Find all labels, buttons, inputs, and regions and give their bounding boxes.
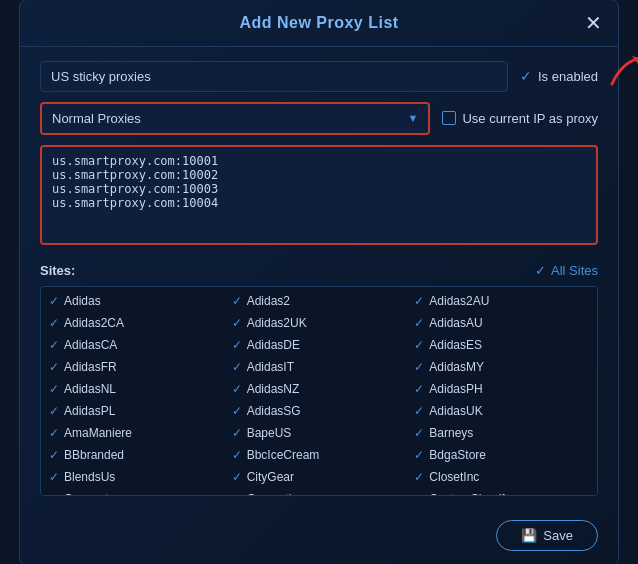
list-item: ✓AdidasAU <box>412 313 591 333</box>
site-name: Concepts <box>64 492 115 496</box>
site-name: AdidasES <box>429 338 482 352</box>
site-name: AdidasCA <box>64 338 117 352</box>
site-checkmark: ✓ <box>232 360 242 374</box>
all-sites-checkmark: ✓ <box>535 263 546 278</box>
site-name: AdidasNL <box>64 382 116 396</box>
sites-grid-wrapper[interactable]: ✓Adidas✓Adidas2✓Adidas2AU✓Adidas2CA✓Adid… <box>40 286 598 496</box>
list-item: ✓AdidasMY <box>412 357 591 377</box>
list-item: ✓AdidasIT <box>230 357 409 377</box>
row-name-enabled: ✓ Is enabled <box>40 61 598 92</box>
modal-footer: 💾 Save <box>20 510 618 565</box>
site-checkmark: ✓ <box>49 360 59 374</box>
list-item: ✓BapeUS <box>230 423 409 443</box>
list-item: ✓CustomShopify <box>412 489 591 496</box>
is-enabled-container: ✓ Is enabled <box>520 68 598 84</box>
site-name: Adidas2 <box>247 294 290 308</box>
site-name: AdidasMY <box>429 360 484 374</box>
site-name: AdidasAU <box>429 316 482 330</box>
site-name: BdgaStore <box>429 448 486 462</box>
site-name: BBbranded <box>64 448 124 462</box>
list-item: ✓BdgaStore <box>412 445 591 465</box>
save-icon: 💾 <box>521 528 537 543</box>
site-name: AdidasPH <box>429 382 482 396</box>
site-checkmark: ✓ <box>414 492 424 496</box>
site-name: CityGear <box>247 470 294 484</box>
save-button[interactable]: 💾 Save <box>496 520 598 551</box>
list-item: ✓AdidasPL <box>47 401 226 421</box>
list-item: ✓BbcIceCream <box>230 445 409 465</box>
site-name: BlendsUs <box>64 470 115 484</box>
site-checkmark: ✓ <box>232 470 242 484</box>
list-item: ✓AdidasDE <box>230 335 409 355</box>
site-checkmark: ✓ <box>414 404 424 418</box>
proxy-name-input[interactable] <box>40 61 508 92</box>
list-item: ✓AdidasNZ <box>230 379 409 399</box>
site-checkmark: ✓ <box>232 294 242 308</box>
is-enabled-checkmark: ✓ <box>520 68 532 84</box>
list-item: ✓AdidasNL <box>47 379 226 399</box>
site-checkmark: ✓ <box>414 316 424 330</box>
site-checkmark: ✓ <box>49 404 59 418</box>
site-name: AmaManiere <box>64 426 132 440</box>
site-checkmark: ✓ <box>414 294 424 308</box>
site-name: CustomShopify <box>429 492 510 496</box>
row-type-ip: Normal Proxies Rotating Proxies Sticky P… <box>40 102 598 135</box>
list-item: ✓BlendsUs <box>47 467 226 487</box>
use-current-ip-checkbox[interactable] <box>442 111 456 125</box>
site-checkmark: ✓ <box>232 338 242 352</box>
modal-body: ✓ Is enabled Normal Proxies Rotating Pro… <box>20 47 618 510</box>
use-current-ip-container: Use current IP as proxy <box>442 111 598 126</box>
sites-label: Sites: <box>40 263 75 278</box>
list-item: ✓Adidas2 <box>230 291 409 311</box>
site-checkmark: ✓ <box>414 338 424 352</box>
proxy-list-textarea[interactable]: us.smartproxy.com:10001 us.smartproxy.co… <box>40 145 598 245</box>
site-checkmark: ✓ <box>414 360 424 374</box>
list-item: ✓Adidas2UK <box>230 313 409 333</box>
site-checkmark: ✓ <box>232 382 242 396</box>
site-checkmark: ✓ <box>232 492 242 496</box>
proxy-type-select[interactable]: Normal Proxies Rotating Proxies Sticky P… <box>42 104 428 133</box>
list-item: ✓AdidasCA <box>47 335 226 355</box>
list-item: ✓Adidas2CA <box>47 313 226 333</box>
site-checkmark: ✓ <box>414 382 424 396</box>
site-name: AdidasIT <box>247 360 294 374</box>
site-name: BapeUS <box>247 426 292 440</box>
site-checkmark: ✓ <box>49 316 59 330</box>
site-checkmark: ✓ <box>232 448 242 462</box>
site-checkmark: ✓ <box>49 382 59 396</box>
site-checkmark: ✓ <box>232 426 242 440</box>
all-sites-label: All Sites <box>551 263 598 278</box>
site-checkmark: ✓ <box>49 492 59 496</box>
list-item: ✓Adidas <box>47 291 226 311</box>
sites-grid: ✓Adidas✓Adidas2✓Adidas2AU✓Adidas2CA✓Adid… <box>47 291 591 496</box>
site-name: Consortium <box>247 492 308 496</box>
site-checkmark: ✓ <box>49 426 59 440</box>
site-name: Barneys <box>429 426 473 440</box>
list-item: ✓ClosetInc <box>412 467 591 487</box>
site-name: AdidasDE <box>247 338 300 352</box>
sites-section: Sites: ✓ All Sites ✓Adidas✓Adidas2✓Adida… <box>40 263 598 496</box>
site-name: AdidasPL <box>64 404 115 418</box>
close-button[interactable]: ✕ <box>585 13 602 33</box>
site-checkmark: ✓ <box>49 338 59 352</box>
modal-title: Add New Proxy List <box>239 14 398 32</box>
site-name: Adidas2AU <box>429 294 489 308</box>
site-name: Adidas2UK <box>247 316 307 330</box>
use-current-ip-label: Use current IP as proxy <box>462 111 598 126</box>
list-item: ✓BBbranded <box>47 445 226 465</box>
modal-header: Add New Proxy List ✕ <box>20 0 618 47</box>
list-item: ✓AdidasFR <box>47 357 226 377</box>
site-checkmark: ✓ <box>49 470 59 484</box>
site-checkmark: ✓ <box>414 470 424 484</box>
red-arrow-icon <box>604 54 638 90</box>
list-item: ✓Consortium <box>230 489 409 496</box>
sites-header: Sites: ✓ All Sites <box>40 263 598 278</box>
site-checkmark: ✓ <box>49 448 59 462</box>
list-item: ✓CityGear <box>230 467 409 487</box>
site-name: BbcIceCream <box>247 448 320 462</box>
all-sites-container[interactable]: ✓ All Sites <box>535 263 598 278</box>
is-enabled-label: Is enabled <box>538 69 598 84</box>
site-name: AdidasNZ <box>247 382 300 396</box>
proxy-type-wrapper: Normal Proxies Rotating Proxies Sticky P… <box>40 102 430 135</box>
list-item: ✓AmaManiere <box>47 423 226 443</box>
